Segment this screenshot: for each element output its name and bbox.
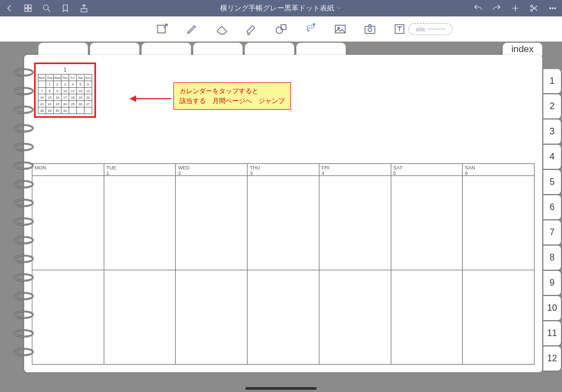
redo-icon[interactable] <box>492 3 502 13</box>
day-cell[interactable] <box>32 176 104 270</box>
svg-point-49 <box>14 330 33 337</box>
day-cell[interactable] <box>463 270 534 365</box>
day-header-thu: THU3 <box>248 164 319 175</box>
share-icon[interactable] <box>79 3 89 13</box>
svg-point-47 <box>14 311 33 318</box>
index-tab[interactable]: index <box>503 43 542 56</box>
day-cell[interactable] <box>391 176 463 270</box>
top-tab[interactable] <box>90 43 139 56</box>
svg-point-4 <box>43 5 48 10</box>
arrow-icon <box>128 93 172 104</box>
abc-placeholder[interactable]: abc ~~~~~ <box>408 23 452 35</box>
month-tab-3[interactable]: 3 <box>543 120 561 144</box>
month-tab-9[interactable]: 9 <box>543 271 561 295</box>
highlighter-tool-icon[interactable] <box>245 22 258 36</box>
weekly-grid: MON TUE1 WED2 THU3 FRI4 SAT5 SAN6 <box>32 163 535 365</box>
day-cell[interactable] <box>32 270 104 365</box>
month-tab-12[interactable]: 12 <box>543 346 561 371</box>
month-tab-2[interactable]: 2 <box>543 94 561 118</box>
month-tab-5[interactable]: 5 <box>543 170 561 194</box>
scissors-icon[interactable] <box>529 3 539 13</box>
top-tabs <box>38 43 346 56</box>
mini-calendar-grid: MonTueWedThuFriSatSun 123456 78910111213… <box>38 74 92 114</box>
toolbar: ✱ abc ~~~~~ <box>0 16 562 42</box>
day-cell[interactable] <box>104 176 176 270</box>
svg-point-39 <box>14 237 33 243</box>
document-title[interactable]: 横リング手帳グレー黒革ドット表紙﹀ <box>98 3 464 13</box>
svg-rect-0 <box>25 5 27 8</box>
svg-point-27 <box>14 125 33 132</box>
svg-point-23 <box>14 88 33 94</box>
month-tab-1[interactable]: 1 <box>543 69 561 93</box>
top-tab[interactable] <box>296 43 346 56</box>
svg-point-8 <box>549 8 550 9</box>
camera-tool-icon[interactable] <box>363 22 376 36</box>
day-cell[interactable] <box>176 176 248 270</box>
svg-point-45 <box>14 293 33 299</box>
svg-point-18 <box>368 27 372 31</box>
day-header-tue: TUE1 <box>104 164 176 175</box>
day-cell[interactable] <box>391 270 463 365</box>
svg-point-37 <box>14 218 33 225</box>
svg-point-41 <box>14 255 33 262</box>
svg-point-16 <box>338 27 340 29</box>
callout-note: カレンダーをタップすると 該当する 月間ページへ ジャンプ <box>173 82 291 110</box>
day-header-wed: WED2 <box>176 164 248 175</box>
top-tab[interactable] <box>142 43 191 56</box>
search-icon[interactable] <box>42 3 52 13</box>
top-tab[interactable] <box>193 43 243 56</box>
svg-rect-3 <box>29 9 31 12</box>
day-cell[interactable] <box>248 176 319 270</box>
shape-tool-icon[interactable] <box>274 22 288 36</box>
month-tab-11[interactable]: 11 <box>543 321 561 345</box>
svg-rect-5 <box>81 9 87 12</box>
day-cell[interactable] <box>248 270 319 365</box>
bookmark-icon[interactable] <box>60 3 70 13</box>
callout-line1: カレンダーをタップすると <box>179 86 285 96</box>
image-tool-icon[interactable] <box>334 22 347 36</box>
day-cell[interactable] <box>319 270 391 365</box>
top-tab[interactable] <box>38 43 88 56</box>
canvas-area: index 1 2 3 4 5 6 7 8 9 10 11 12 <box>0 42 562 392</box>
more-icon[interactable] <box>548 3 558 13</box>
day-cell[interactable] <box>104 270 176 365</box>
svg-point-25 <box>14 106 33 113</box>
day-header-fri: FRI4 <box>319 164 391 175</box>
svg-marker-53 <box>130 95 136 102</box>
lasso-tool-icon[interactable]: ✱ <box>304 22 317 36</box>
callout-line2: 該当する 月間ページへ ジャンプ <box>179 96 285 106</box>
svg-point-9 <box>552 8 553 9</box>
day-header-sat: SAT5 <box>391 164 463 175</box>
mini-calendar-month: 1 <box>38 66 92 74</box>
month-tab-4[interactable]: 4 <box>543 145 561 169</box>
eraser-tool-icon[interactable] <box>215 22 228 36</box>
mini-calendar[interactable]: 1 MonTueWedThuFriSatSun 123456 789101112… <box>34 63 96 118</box>
home-indicator <box>245 387 317 390</box>
svg-rect-11 <box>158 25 165 33</box>
svg-rect-1 <box>29 5 31 8</box>
month-tab-6[interactable]: 6 <box>543 195 561 219</box>
add-icon[interactable] <box>510 3 520 13</box>
svg-point-35 <box>14 200 33 206</box>
day-cell[interactable] <box>463 176 534 270</box>
top-tab[interactable] <box>245 43 294 56</box>
svg-point-43 <box>14 274 33 281</box>
day-cell[interactable] <box>176 270 248 365</box>
day-header-mon: MON <box>32 164 104 175</box>
back-icon[interactable] <box>4 3 14 13</box>
month-tab-7[interactable]: 7 <box>543 220 561 245</box>
notebook-page[interactable]: 1 MonTueWedThuFriSatSun 123456 789101112… <box>24 55 542 372</box>
zoom-tool-icon[interactable] <box>156 22 169 36</box>
svg-point-12 <box>276 27 283 33</box>
grid-view-icon[interactable] <box>23 3 33 13</box>
pen-tool-icon[interactable] <box>186 22 199 36</box>
day-header-sun: SAN6 <box>463 164 534 175</box>
day-cell[interactable] <box>319 176 391 270</box>
month-tab-10[interactable]: 10 <box>543 296 561 320</box>
undo-icon[interactable] <box>473 3 483 13</box>
text-tool-icon[interactable] <box>393 22 406 36</box>
svg-text:✱: ✱ <box>312 22 316 26</box>
month-tab-8[interactable]: 8 <box>543 246 561 270</box>
svg-point-33 <box>14 181 33 188</box>
svg-point-31 <box>14 162 33 169</box>
